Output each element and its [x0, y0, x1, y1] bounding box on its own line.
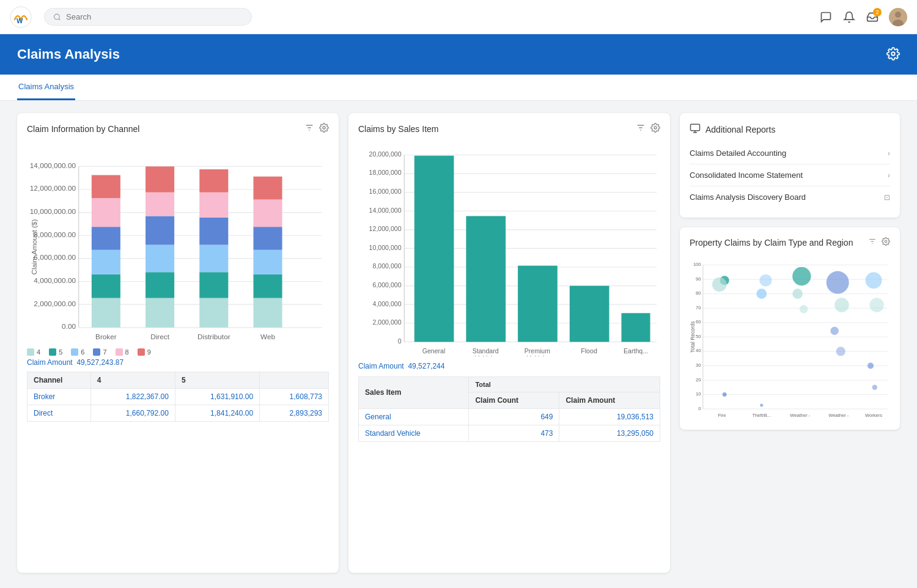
chart2-svg: 0 2,000,000 4,000,000 6,000,000 8,000,00… [358, 141, 660, 356]
col-extra [260, 372, 329, 389]
svg-point-104 [885, 240, 887, 243]
svg-point-134 [760, 404, 763, 407]
col-sales-item: Sales Item [359, 377, 469, 408]
chart1-filter-icon[interactable] [304, 123, 314, 134]
top-navigation: W 2 [0, 0, 917, 34]
legend-item-5: 5 [49, 348, 62, 356]
svg-text:14,000,000.00: 14,000,000.00 [30, 161, 76, 169]
svg-text:10,000,000: 10,000,000 [369, 244, 402, 251]
svg-point-133 [759, 274, 772, 287]
svg-rect-49 [253, 274, 282, 298]
svg-point-144 [867, 362, 874, 369]
search-input[interactable] [66, 12, 243, 21]
svg-text:14,000,000: 14,000,000 [369, 207, 402, 214]
svg-text:8,000,000.00: 8,000,000.00 [34, 230, 76, 238]
chart1-title: Claim Information by Channel [27, 124, 139, 134]
col-total: Total [469, 377, 660, 392]
svg-text:W: W [17, 17, 23, 24]
svg-text:40: 40 [696, 348, 701, 353]
svg-text:Total Records: Total Records [690, 322, 696, 353]
svg-rect-51 [253, 227, 282, 250]
svg-point-135 [792, 267, 811, 285]
svg-rect-45 [199, 218, 228, 245]
svg-point-141 [836, 347, 845, 356]
svg-text:60: 60 [696, 319, 701, 325]
chart2-filter-icon[interactable] [636, 123, 646, 134]
chart1-settings-icon[interactable] [319, 123, 329, 134]
reports-list: Claims Detailed Accounting › Consolidate… [690, 142, 890, 208]
svg-text:50: 50 [696, 334, 701, 339]
svg-text:Workers: Workers [865, 413, 882, 418]
tab-bar: Claims Analysis [0, 75, 917, 101]
svg-rect-32 [92, 250, 120, 274]
svg-point-138 [827, 271, 849, 294]
settings-icon[interactable] [886, 47, 900, 62]
chat-icon[interactable] [819, 10, 833, 24]
svg-point-7 [891, 52, 895, 56]
report-arrow-2: › [888, 171, 890, 180]
svg-text:2,000,000: 2,000,000 [373, 318, 402, 326]
avatar[interactable] [889, 8, 907, 26]
svg-rect-86 [414, 156, 454, 342]
svg-rect-36 [145, 298, 174, 328]
chart3-settings-icon[interactable] [882, 237, 890, 248]
tab-claims-analysis[interactable]: Claims Analysis [17, 75, 75, 100]
inbox-icon[interactable]: 2 [866, 10, 879, 24]
col-claim-amount: Claim Amount [559, 392, 660, 408]
chart2-settings-icon[interactable] [650, 123, 660, 134]
svg-rect-41 [145, 166, 174, 192]
svg-point-132 [756, 288, 767, 299]
chart1-legend: 4 5 6 7 8 9 [27, 348, 329, 356]
chart3-filter-icon[interactable] [868, 237, 877, 248]
table-row: Standard Vehicle 473 13,295,050 [359, 425, 660, 441]
svg-text:Theft/B...: Theft/B... [752, 413, 771, 418]
svg-rect-52 [253, 199, 282, 227]
svg-text:70: 70 [696, 305, 701, 311]
svg-rect-98 [691, 124, 700, 131]
svg-text:General: General [422, 347, 446, 355]
svg-rect-42 [199, 298, 228, 328]
page-header: Claims Analysis [0, 34, 917, 75]
report-item-claims-detailed[interactable]: Claims Detailed Accounting › [690, 142, 890, 164]
reports-header: Additional Reports [690, 123, 890, 136]
svg-text:Broker: Broker [95, 333, 117, 340]
svg-text:80: 80 [696, 290, 701, 296]
chart2-title: Claims by Sales Item [358, 124, 438, 134]
additional-reports-card: Additional Reports Claims Detailed Accou… [680, 113, 900, 218]
svg-rect-35 [92, 175, 120, 198]
chart3-icons [868, 237, 890, 248]
svg-rect-48 [253, 298, 282, 328]
svg-text:Direct: Direct [150, 333, 169, 340]
report-link-icon: ⊡ [884, 193, 890, 202]
svg-point-5 [895, 12, 901, 18]
chart1-svg: 0.00 2,000,000.00 4,000,000.00 6,000,000… [27, 141, 329, 342]
chart2-icons [636, 123, 660, 134]
bell-icon[interactable] [842, 10, 856, 24]
svg-point-130 [712, 277, 727, 292]
svg-text:18,000,000: 18,000,000 [369, 169, 402, 176]
legend-item-4: 4 [27, 348, 40, 356]
inbox-badge: 2 [873, 8, 882, 17]
svg-text:4,000,000.00: 4,000,000.00 [34, 276, 76, 284]
svg-rect-89 [570, 286, 609, 342]
chart3-title: Property Claims by Claim Type and Region [690, 238, 853, 248]
svg-text:0: 0 [398, 337, 402, 345]
svg-point-142 [866, 272, 882, 288]
col-5: 5 [175, 372, 259, 389]
legend-item-8: 8 [116, 348, 129, 356]
svg-text:Weather -: Weather - [828, 413, 849, 418]
svg-rect-53 [253, 177, 282, 200]
reports-icon [690, 123, 701, 136]
right-panel: Additional Reports Claims Detailed Accou… [680, 113, 900, 573]
col-channel: Channel [28, 372, 91, 389]
logo[interactable]: W [10, 6, 32, 28]
svg-rect-47 [199, 169, 228, 193]
svg-point-62 [654, 127, 657, 129]
svg-rect-34 [92, 198, 120, 227]
svg-rect-43 [199, 272, 228, 298]
report-item-discovery[interactable]: Claims Analysis Discovery Board ⊡ [690, 186, 890, 208]
svg-text:12,000,000: 12,000,000 [369, 225, 402, 232]
report-item-consolidated[interactable]: Consolidated Income Statement › [690, 164, 890, 186]
search-bar[interactable] [44, 8, 252, 26]
svg-rect-40 [145, 193, 174, 216]
